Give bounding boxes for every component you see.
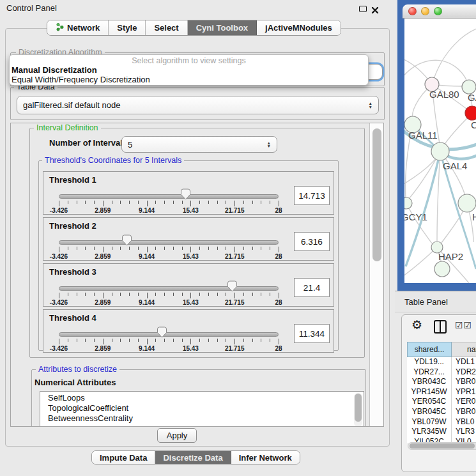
table-row[interactable]: YPR145WYPR1	[407, 387, 476, 397]
scrollbar-thumb[interactable]	[372, 128, 381, 261]
slider-thumb[interactable]	[121, 234, 132, 247]
tick-mark	[252, 339, 253, 342]
column-header-name[interactable]: name	[452, 342, 476, 357]
pane-scrollbar[interactable]	[369, 123, 384, 426]
table-row[interactable]: YER054CYER0	[407, 397, 476, 407]
slider-track[interactable]	[59, 332, 279, 337]
table-row[interactable]: YBR043CYBR0	[407, 377, 476, 387]
threshold-value-field[interactable]	[294, 324, 330, 343]
slider-thumb[interactable]	[157, 326, 167, 339]
tick-label: -3.426	[50, 345, 68, 352]
slider-track[interactable]	[59, 286, 279, 291]
tab-network[interactable]: Network	[47, 20, 109, 35]
apply-button[interactable]: Apply	[157, 428, 197, 443]
horizontal-scrollbar[interactable]	[408, 442, 476, 450]
list-item[interactable]: TopologicalCoefficient	[48, 403, 364, 413]
list-item[interactable]: BetweennessCentrality	[48, 413, 364, 424]
table-cell[interactable]: YLR3	[452, 427, 476, 437]
table-row[interactable]: YDR27...YDR2	[407, 367, 476, 378]
tick-mark	[217, 201, 218, 204]
thresholds-group: Threshold's Coordinates for 5 Intervals …	[38, 160, 339, 351]
table-cell[interactable]: YBR0	[452, 407, 476, 417]
tick-mark	[234, 339, 235, 344]
tick-mark	[234, 247, 235, 252]
table-data-combobox[interactable]: galFiltered.sif default node ▲▼	[17, 96, 379, 114]
tick-mark	[190, 247, 191, 252]
table-cell[interactable]: YBR045C	[407, 407, 452, 417]
tab-cyni-toolbox[interactable]: Cyni Toolbox	[188, 20, 257, 35]
network-node[interactable]	[465, 106, 476, 120]
table-cell[interactable]: YPR1	[452, 387, 476, 397]
table-cell[interactable]: YLR345W	[407, 427, 452, 437]
number-of-intervals-combobox[interactable]: 5 ▲▼	[121, 136, 277, 153]
network-window-titlebar[interactable]	[403, 4, 476, 19]
interval-definition-group: Interval Definition Number of Intervals …	[29, 128, 365, 358]
dropdown-option-manual[interactable]: Manual Discretization	[10, 65, 368, 75]
tick-mark	[199, 293, 200, 296]
columns-icon[interactable]	[434, 320, 447, 334]
table-cell[interactable]: YDR27...	[407, 367, 452, 378]
table-body: YDL19...YDL1YDR27...YDR2YBR043CYBR0YPR14…	[407, 357, 476, 443]
tick-mark	[234, 201, 235, 206]
tick-mark	[270, 247, 270, 250]
tab-style[interactable]: Style	[109, 20, 146, 35]
table-row[interactable]: YBL079WYBL0	[407, 417, 476, 427]
network-edge[interactable]	[432, 27, 476, 84]
panel-title: Control Panel	[6, 3, 57, 13]
table-cell[interactable]: YDR2	[452, 367, 476, 378]
slider-tick-labels: -3.4262.8599.14415.4321.71528	[59, 299, 279, 307]
checkbox-checked-icons[interactable]: ☑☑	[455, 320, 472, 330]
table-cell[interactable]: YBL079W	[407, 417, 452, 427]
table-cell[interactable]: YDL1	[452, 357, 476, 367]
network-node[interactable]	[434, 261, 450, 277]
tab-impute-data[interactable]: Impute Data	[92, 451, 155, 464]
tab-infer-network[interactable]: Infer Network	[231, 451, 300, 464]
tick-mark	[208, 339, 209, 342]
network-canvas[interactable]: GAL80GACGAL11GAL4GCY1HHAP2	[404, 19, 476, 283]
table-row[interactable]: YDL19...YDL1	[407, 357, 476, 367]
gear-icon[interactable]: ⚙	[411, 318, 422, 332]
node-label: HAP2	[438, 251, 463, 262]
tick-mark	[217, 339, 218, 342]
column-header-shared-name[interactable]: shared...	[407, 342, 452, 357]
network-edge[interactable]	[404, 247, 437, 278]
table-cell[interactable]: YER054C	[407, 397, 452, 407]
threshold-value-field[interactable]	[294, 278, 330, 297]
table-row[interactable]: YBR045CYBR0	[407, 407, 476, 417]
threshold-value-field[interactable]	[294, 186, 330, 205]
dropdown-option-equal-width[interactable]: Equal Width/Frequency Discretization	[10, 75, 368, 84]
tab-label: Discretize Data	[163, 453, 222, 463]
table-cell[interactable]: YBR043C	[407, 377, 452, 387]
table-cell[interactable]: YDL19...	[407, 357, 452, 367]
table-cell[interactable]: YPR145W	[407, 387, 452, 397]
table-cell[interactable]: YBR0	[452, 377, 476, 387]
network-node[interactable]	[431, 142, 449, 160]
tick-label: 15.43	[183, 345, 199, 352]
close-traffic-light[interactable]	[408, 7, 417, 15]
table-row[interactable]: YLR345WYLR3	[407, 427, 476, 437]
zoom-traffic-light[interactable]	[434, 7, 442, 15]
tab-discretize-data[interactable]: Discretize Data	[155, 451, 231, 464]
scrollbar-thumb[interactable]	[410, 443, 475, 449]
tab-label: Cyni Toolbox	[196, 23, 248, 33]
network-edge[interactable]	[404, 158, 436, 186]
tick-mark	[155, 339, 156, 342]
float-window-icon[interactable]	[359, 6, 367, 12]
minimize-traffic-light[interactable]	[421, 7, 429, 15]
table-cell[interactable]: YER0	[452, 397, 476, 407]
slider-track[interactable]	[59, 194, 279, 199]
close-icon[interactable]	[371, 5, 379, 17]
slider-track[interactable]	[59, 240, 279, 245]
tick-mark	[164, 339, 165, 342]
list-scrollbar[interactable]	[354, 393, 362, 427]
tab-select[interactable]: Select	[146, 20, 187, 35]
slider-thumb[interactable]	[180, 188, 191, 201]
network-node[interactable]	[458, 194, 476, 212]
network-node[interactable]	[404, 197, 412, 209]
list-item[interactable]: SelfLoops	[48, 393, 364, 403]
table-panel-header: Table Panel	[395, 291, 476, 312]
table-cell[interactable]: YBL0	[452, 417, 476, 427]
tab-jactivemnodules[interactable]: jActiveMNodules	[257, 20, 341, 35]
threshold-value-field[interactable]	[294, 232, 330, 251]
slider-thumb[interactable]	[227, 280, 238, 293]
